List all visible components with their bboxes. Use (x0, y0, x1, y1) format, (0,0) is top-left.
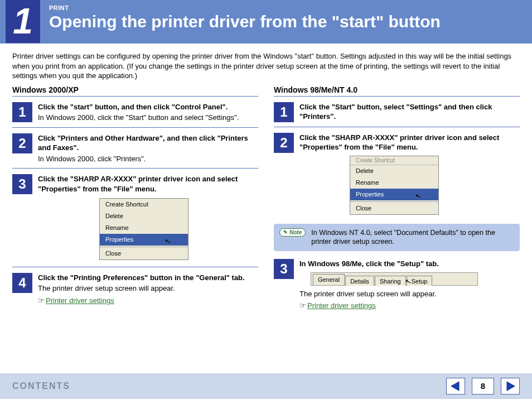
menu-item-create-shortcut: Create Shortcut (350, 156, 438, 166)
menu-item-delete: Delete (100, 210, 188, 222)
svg-marker-0 (451, 382, 459, 391)
contents-button[interactable]: CONTENTS (12, 381, 70, 391)
step-subtext: The printer driver setup screen will app… (38, 283, 258, 294)
tab-bar-figure: General Details Sharing Setup ↖ (311, 272, 478, 286)
step-number: 3 (12, 174, 32, 194)
step-subtext: In Windows 2000, click "Printers". (38, 154, 258, 164)
step-number: 1 (274, 102, 294, 122)
right-step-1: 1 Click the "Start" button, select "Sett… (274, 102, 520, 127)
step-title: Click the "Start" button, select "Settin… (299, 102, 520, 122)
step-number: 2 (12, 133, 32, 153)
menu-item-close: Close (100, 247, 188, 259)
printer-driver-settings-link[interactable]: Printer driver settings (307, 301, 376, 310)
page-number: 8 (472, 378, 494, 395)
step-body: Click the "Start" button, select "Settin… (299, 102, 520, 122)
step-subtext: In Windows 2000, click the "Start" butto… (38, 113, 258, 123)
triangle-left-icon (450, 381, 461, 392)
menu-item-rename: Rename (100, 222, 188, 234)
reference-icon: ☞ (38, 296, 45, 305)
footer-nav: 8 (446, 378, 520, 395)
step-body: Click "Printers and Other Hardware", and… (38, 133, 258, 164)
left-step-4: 4 Click the "Printing Preferences" butto… (12, 273, 258, 310)
tab-sharing: Sharing (375, 276, 406, 286)
note-badge: Note (279, 228, 306, 237)
step-title: In Windows 98/Me, click the "Setup" tab. (299, 259, 520, 269)
tab-details: Details (345, 276, 374, 286)
step-title: Click the "SHARP AR-XXXX" printer driver… (38, 174, 258, 194)
left-heading: Windows 2000/XP (12, 85, 258, 97)
next-page-button[interactable] (501, 378, 520, 395)
triangle-right-icon (505, 381, 516, 392)
left-step-3: 3 Click the "SHARP AR-XXXX" printer driv… (12, 174, 258, 267)
prev-page-button[interactable] (446, 378, 465, 395)
tab-general: General (313, 274, 345, 285)
context-menu-figure: Create Shortcut Delete Rename Properties… (99, 198, 188, 259)
header-text-block: PRINT Opening the printer driver from th… (49, 4, 441, 31)
note-text: In Windows NT 4.0, select "Document Defa… (311, 228, 514, 247)
step-body: In Windows 98/Me, click the "Setup" tab.… (299, 259, 520, 311)
chapter-header: 1 PRINT Opening the printer driver from … (0, 0, 532, 45)
section-label: PRINT (49, 4, 441, 11)
step-number: 4 (12, 273, 32, 293)
note-callout: Note In Windows NT 4.0, select "Document… (274, 224, 520, 252)
left-column: Windows 2000/XP 1 Click the "start" butt… (12, 85, 258, 315)
left-step-2: 2 Click "Printers and Other Hardware", a… (12, 133, 258, 169)
menu-item-label: Properties (356, 191, 384, 198)
right-heading: Windows 98/Me/NT 4.0 (274, 85, 520, 97)
svg-marker-1 (507, 382, 515, 391)
menu-item-delete: Delete (350, 165, 438, 177)
intro-paragraph: Printer driver settings can be configure… (0, 45, 532, 85)
right-step-3: 3 In Windows 98/Me, click the "Setup" ta… (274, 259, 520, 315)
printer-driver-settings-link[interactable]: Printer driver settings (46, 296, 114, 305)
context-menu-figure: Create Shortcut Delete Rename Properties… (350, 156, 439, 215)
page-footer: CONTENTS 8 (0, 372, 532, 399)
cross-reference: ☞Printer driver settings (38, 296, 258, 306)
step-subtext: The printer driver setup screen will app… (299, 289, 520, 299)
step-body: Click the "SHARP AR-XXXX" printer driver… (38, 174, 258, 262)
step-body: Click the "SHARP AR-XXXX" printer driver… (299, 133, 520, 217)
step-title: Click "Printers and Other Hardware", and… (38, 133, 258, 153)
step-title: Click the "SHARP AR-XXXX" printer driver… (299, 133, 520, 152)
cursor-icon: ↖ (414, 191, 423, 202)
menu-item-close: Close (350, 201, 438, 214)
step-title: Click the "start" button, and then click… (38, 102, 258, 112)
left-step-1: 1 Click the "start" button, and then cli… (12, 102, 258, 128)
step-number: 1 (12, 102, 32, 122)
cursor-icon: ↖ (164, 236, 172, 247)
right-column: Windows 98/Me/NT 4.0 1 Click the "Start"… (274, 85, 520, 315)
menu-item-create-shortcut: Create Shortcut (100, 199, 188, 210)
step-number: 3 (274, 259, 294, 279)
right-step-2: 2 Click the "SHARP AR-XXXX" printer driv… (274, 133, 520, 217)
step-number: 2 (274, 133, 294, 153)
reference-icon: ☞ (299, 301, 306, 310)
two-column-layout: Windows 2000/XP 1 Click the "start" butt… (0, 85, 532, 315)
page-title: Opening the printer driver from the "sta… (49, 12, 441, 31)
menu-item-label: Properties (105, 236, 133, 243)
cross-reference: ☞Printer driver settings (299, 301, 520, 311)
chapter-number: 1 (6, 0, 40, 43)
step-body: Click the "Printing Preferences" button … (38, 273, 258, 306)
menu-item-rename: Rename (350, 177, 438, 189)
menu-item-properties: Properties ↖ (350, 189, 438, 200)
menu-item-properties: Properties ↖ (100, 234, 188, 246)
step-title: Click the "Printing Preferences" button … (38, 273, 258, 283)
step-body: Click the "start" button, and then click… (38, 102, 258, 123)
